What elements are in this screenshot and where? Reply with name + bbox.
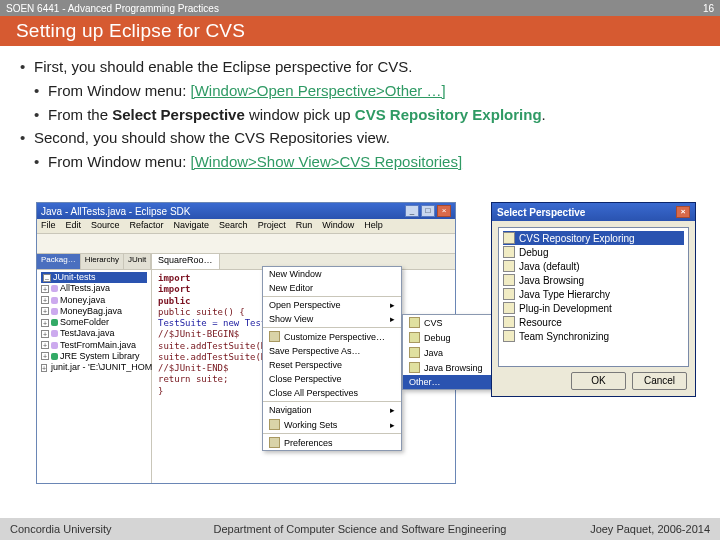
- menu-entry[interactable]: Working Sets▸: [263, 417, 401, 432]
- menu-path-link-2: [Window>Show View>CVS Repositories]: [191, 153, 463, 170]
- editor-tab[interactable]: SquareRoo…: [152, 254, 220, 269]
- menu-path-link: [Window>Open Perspective>Other …]: [191, 82, 446, 99]
- menu-item[interactable]: Source: [91, 220, 120, 232]
- dialog-titlebar: Select Perspective ×: [492, 203, 695, 221]
- tree-root[interactable]: –JUnit-tests: [41, 272, 147, 283]
- screenshot-area: Java - AllTests.java - Eclipse SDK _ □ ×…: [36, 202, 696, 487]
- tree-item[interactable]: +SomeFolder: [41, 317, 147, 328]
- resource-icon: [503, 316, 515, 328]
- menu-entry[interactable]: Reset Perspective: [263, 358, 401, 372]
- menu-entry[interactable]: Show View▸: [263, 312, 401, 326]
- submenu-entry[interactable]: CVS: [403, 315, 496, 330]
- project-tree: –JUnit-tests +AllTests.java +Money.java …: [37, 270, 151, 375]
- footer-right: Joey Paquet, 2006-2014: [590, 523, 710, 535]
- menu-entry[interactable]: Preferences: [263, 433, 401, 450]
- prefs-icon: [269, 437, 280, 448]
- maximize-icon[interactable]: □: [421, 205, 435, 217]
- menu-entry[interactable]: Navigation▸: [263, 401, 401, 417]
- package-explorer: Packag… Hierarchy JUnit –JUnit-tests +Al…: [37, 254, 152, 483]
- list-item[interactable]: Java Browsing: [503, 273, 684, 287]
- side-tab[interactable]: Packag…: [37, 254, 81, 269]
- menu-entry[interactable]: Customize Perspective…: [263, 327, 401, 344]
- menu-item[interactable]: Run: [296, 220, 313, 232]
- eclipse-toolbar: [37, 234, 455, 254]
- cancel-button[interactable]: Cancel: [632, 372, 687, 390]
- debug-icon: [503, 246, 515, 258]
- list-item[interactable]: Resource: [503, 315, 684, 329]
- menu-entry[interactable]: New Window: [263, 267, 401, 281]
- bullet-1-1: From Window menu: [Window>Open Perspecti…: [20, 80, 700, 102]
- submenu-entry[interactable]: Debug: [403, 330, 496, 345]
- java-browsing-icon: [503, 274, 515, 286]
- open-perspective-submenu: CVS Debug Java Java Browsing Other…: [402, 314, 497, 390]
- plugin-icon: [503, 302, 515, 314]
- bullet-2: Second, you should show the CVS Reposito…: [20, 127, 700, 149]
- minimize-icon[interactable]: _: [405, 205, 419, 217]
- dialog-title: Select Perspective: [497, 207, 585, 218]
- menu-entry[interactable]: Save Perspective As…: [263, 344, 401, 358]
- submenu-entry[interactable]: Java Browsing: [403, 360, 496, 375]
- select-perspective-dialog: Select Perspective × CVS Repository Expl…: [491, 202, 696, 397]
- slide-number: 16: [703, 3, 714, 14]
- debug-icon: [409, 332, 420, 343]
- menu-item[interactable]: Search: [219, 220, 248, 232]
- java-icon: [503, 260, 515, 272]
- perspective-list: CVS Repository Exploring Debug Java (def…: [498, 227, 689, 367]
- menu-entry[interactable]: Open Perspective▸: [263, 296, 401, 312]
- submenu-entry-other[interactable]: Other…: [403, 375, 496, 389]
- eclipse-window: Java - AllTests.java - Eclipse SDK _ □ ×…: [36, 202, 456, 484]
- bullet-1: First, you should enable the Eclipse per…: [20, 56, 700, 78]
- eclipse-menubar: File Edit Source Refactor Navigate Searc…: [37, 219, 455, 234]
- footer-bar: Concordia University Department of Compu…: [0, 518, 720, 540]
- list-item[interactable]: CVS Repository Exploring: [503, 231, 684, 245]
- menu-entry[interactable]: Close All Perspectives: [263, 386, 401, 400]
- footer-mid: Department of Computer Science and Softw…: [214, 523, 507, 535]
- cvs-icon: [409, 317, 420, 328]
- tree-item[interactable]: +TestFromMain.java: [41, 340, 147, 351]
- bullet-2-1: From Window menu: [Window>Show View>CVS …: [20, 151, 700, 173]
- menu-entry[interactable]: Close Perspective: [263, 372, 401, 386]
- tree-item[interactable]: +junit.jar - 'E:\JUNIT_HOME' - 'D:\eclip…: [41, 362, 147, 373]
- team-icon: [503, 330, 515, 342]
- list-item[interactable]: Plug-in Development: [503, 301, 684, 315]
- eclipse-title: Java - AllTests.java - Eclipse SDK: [41, 206, 191, 217]
- side-tab[interactable]: Hierarchy: [81, 254, 124, 269]
- header-strip: SOEN 6441 - Advanced Programming Practic…: [0, 0, 720, 16]
- list-item[interactable]: Debug: [503, 245, 684, 259]
- menu-entry[interactable]: New Editor: [263, 281, 401, 295]
- editor-area: SquareRoo… import import public public s…: [152, 254, 455, 483]
- list-item[interactable]: Team Synchronizing: [503, 329, 684, 343]
- bullet-1-2: From the Select Perspective window pick …: [20, 104, 700, 126]
- close-icon[interactable]: ×: [437, 205, 451, 217]
- window-menu-dropdown: New Window New Editor Open Perspective▸ …: [262, 266, 402, 451]
- close-icon[interactable]: ×: [676, 206, 690, 218]
- menu-item[interactable]: Project: [258, 220, 286, 232]
- menu-item[interactable]: Navigate: [174, 220, 210, 232]
- course-code: SOEN 6441 - Advanced Programming Practic…: [6, 3, 219, 14]
- menu-item[interactable]: File: [41, 220, 56, 232]
- workingset-icon: [269, 419, 280, 430]
- tree-item[interactable]: +JRE System Library: [41, 351, 147, 362]
- slide-title-bar: Setting up Eclipse for CVS: [0, 16, 720, 46]
- menu-item[interactable]: Edit: [66, 220, 82, 232]
- slide-body: First, you should enable the Eclipse per…: [0, 46, 720, 173]
- gear-icon: [269, 331, 280, 342]
- java-icon: [409, 347, 420, 358]
- java-browsing-icon: [409, 362, 420, 373]
- tree-item[interactable]: +AllTests.java: [41, 283, 147, 294]
- list-item[interactable]: Java (default): [503, 259, 684, 273]
- tree-item[interactable]: +MoneyBag.java: [41, 306, 147, 317]
- tree-item[interactable]: +TestJava.java: [41, 328, 147, 339]
- ok-button[interactable]: OK: [571, 372, 626, 390]
- slide-title: Setting up Eclipse for CVS: [16, 20, 245, 42]
- side-tab[interactable]: JUnit: [124, 254, 151, 269]
- list-item[interactable]: Java Type Hierarchy: [503, 287, 684, 301]
- menu-item[interactable]: Window: [322, 220, 354, 232]
- footer-left: Concordia University: [10, 523, 111, 535]
- hierarchy-icon: [503, 288, 515, 300]
- cvs-repo-icon: [503, 232, 515, 244]
- tree-item[interactable]: +Money.java: [41, 295, 147, 306]
- menu-item[interactable]: Refactor: [130, 220, 164, 232]
- submenu-entry[interactable]: Java: [403, 345, 496, 360]
- menu-item[interactable]: Help: [364, 220, 383, 232]
